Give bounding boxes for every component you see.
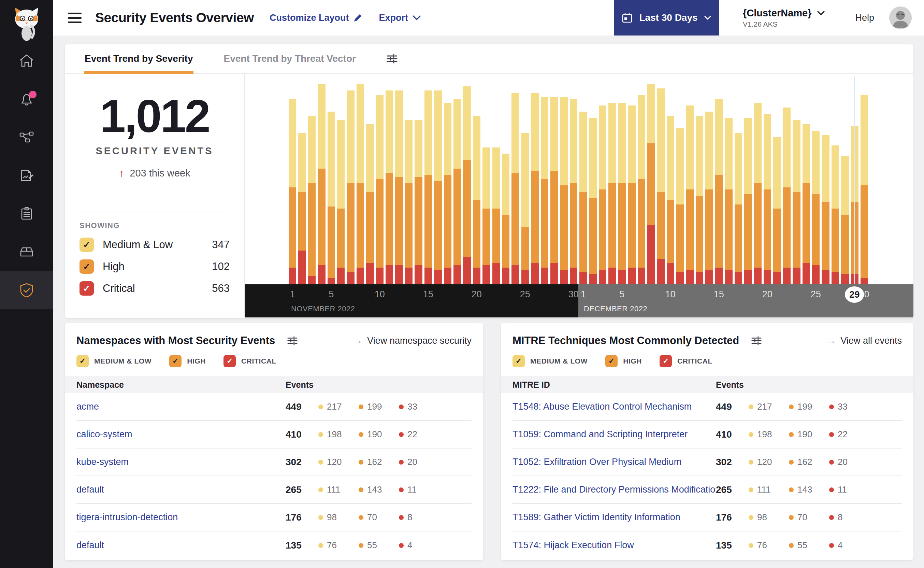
chart-bar[interactable] xyxy=(336,74,346,284)
chart-bar[interactable] xyxy=(704,74,714,284)
chart-bar[interactable] xyxy=(695,74,704,284)
sidebar-item-workloads[interactable] xyxy=(0,233,53,271)
chart-bar[interactable] xyxy=(569,74,578,284)
medium-low-checkbox[interactable] xyxy=(512,355,525,367)
critical-checkbox[interactable] xyxy=(660,355,672,367)
help-link[interactable]: Help xyxy=(855,13,874,23)
namespace-link[interactable]: calico-system xyxy=(77,429,133,440)
namespace-link[interactable]: tigera-intrusion-detection xyxy=(77,512,178,523)
chart-bar[interactable] xyxy=(627,74,636,284)
chart-bar[interactable] xyxy=(734,74,743,284)
mitre-technique-link[interactable]: T1059: Command and Scripting Interpreter xyxy=(512,429,687,440)
chart-bar[interactable] xyxy=(327,74,336,284)
chart-bar[interactable] xyxy=(346,74,355,284)
chart-bar[interactable] xyxy=(724,74,733,284)
chart-bar[interactable] xyxy=(462,74,472,284)
chart-bar[interactable] xyxy=(840,74,850,284)
chart-bar[interactable] xyxy=(607,74,617,284)
chart-bar[interactable] xyxy=(617,74,627,284)
tab-event-trend-by-severity[interactable]: Event Trend by Severity xyxy=(84,44,193,73)
chart-bar[interactable] xyxy=(791,74,801,284)
menu-toggle-button[interactable] xyxy=(68,13,81,23)
chart-bar[interactable] xyxy=(317,74,326,284)
chart-bar[interactable] xyxy=(598,74,607,284)
chart-bar[interactable] xyxy=(540,74,549,284)
mitre-technique-link[interactable]: T1548: Abuse Elevation Control Mechanism xyxy=(512,402,692,412)
chart-bar[interactable] xyxy=(588,74,598,284)
chart-bar[interactable] xyxy=(481,74,491,284)
medium-low-checkbox[interactable] xyxy=(77,355,89,367)
chart-bar[interactable] xyxy=(763,74,772,284)
chart-bar[interactable] xyxy=(646,74,656,284)
chart-bar[interactable] xyxy=(859,74,869,284)
customize-layout-button[interactable]: Customize Layout xyxy=(270,13,363,23)
sidebar-item-policy-edit[interactable] xyxy=(0,156,53,195)
chart-bar[interactable] xyxy=(384,74,394,284)
critical-checkbox[interactable] xyxy=(223,355,236,367)
chart-bar[interactable] xyxy=(578,74,588,284)
trend-filter-settings-button[interactable] xyxy=(386,44,398,73)
chart-bar[interactable] xyxy=(443,74,452,284)
high-checkbox[interactable] xyxy=(169,355,181,367)
calico-cat-logo[interactable] xyxy=(10,5,43,42)
sidebar-item-compliance[interactable] xyxy=(0,195,53,233)
namespace-link[interactable]: default xyxy=(77,540,104,551)
tab-event-trend-by-threat-vector[interactable]: Event Trend by Threat Vector xyxy=(223,44,356,73)
severity-trend-chart[interactable]: NOVEMBER 2022DECEMBER 202215101520253015… xyxy=(245,74,913,317)
chart-bar[interactable] xyxy=(743,74,753,284)
chart-bar[interactable] xyxy=(433,74,443,284)
chart-bar[interactable] xyxy=(404,74,413,284)
view-all-events-link[interactable]: → View all events xyxy=(826,335,902,346)
medium-low-checkbox[interactable] xyxy=(80,237,94,252)
namespace-link[interactable]: default xyxy=(77,484,104,495)
sidebar-item-service-graph[interactable] xyxy=(0,118,53,156)
critical-checkbox[interactable] xyxy=(80,281,94,296)
high-checkbox[interactable] xyxy=(605,355,618,367)
mitre-technique-link[interactable]: T1052: Exfiltration Over Physical Medium xyxy=(512,457,681,467)
chart-bar[interactable] xyxy=(297,74,307,284)
chart-bar[interactable] xyxy=(811,74,821,284)
chart-bar[interactable] xyxy=(530,74,540,284)
sidebar-item-security-events[interactable] xyxy=(0,271,53,309)
chart-bar[interactable] xyxy=(491,74,501,284)
date-range-button[interactable]: Last 30 Days xyxy=(614,0,719,35)
chart-bar[interactable] xyxy=(307,74,317,284)
chart-bar[interactable] xyxy=(472,74,481,284)
chart-bar[interactable] xyxy=(501,74,511,284)
chart-bar[interactable] xyxy=(549,74,559,284)
chart-bar[interactable] xyxy=(666,74,675,284)
chart-bar[interactable] xyxy=(675,74,685,284)
high-checkbox[interactable] xyxy=(80,260,94,274)
chart-bar[interactable] xyxy=(802,74,811,284)
chart-bar[interactable] xyxy=(413,74,423,284)
chart-bar[interactable] xyxy=(656,74,665,284)
export-button[interactable]: Export xyxy=(379,13,421,23)
chart-bar[interactable] xyxy=(685,74,695,284)
sidebar-item-home[interactable] xyxy=(0,42,53,80)
mitre-technique-link[interactable]: T1589: Gather Victim Identity Informatio… xyxy=(512,512,680,523)
chart-bar[interactable] xyxy=(365,74,375,284)
namespaces-filter-settings-button[interactable] xyxy=(286,335,298,346)
cluster-selector[interactable]: {ClusterName} V1.26 AKS xyxy=(743,8,825,28)
chart-bar[interactable] xyxy=(424,74,433,284)
mitre-technique-link[interactable]: T1222: File and Directory Permissions Mo… xyxy=(512,484,716,495)
chart-bar[interactable] xyxy=(375,74,384,284)
user-avatar[interactable] xyxy=(889,6,912,29)
view-namespace-security-link[interactable]: → View namespace security xyxy=(353,335,472,346)
chart-bar[interactable] xyxy=(753,74,763,284)
chart-bar[interactable] xyxy=(520,74,530,284)
chart-bar[interactable] xyxy=(356,74,365,284)
chart-bar[interactable] xyxy=(637,74,646,284)
chart-bar[interactable] xyxy=(511,74,520,284)
mitre-filter-settings-button[interactable] xyxy=(751,335,762,346)
chart-bar[interactable] xyxy=(772,74,782,284)
selected-day-marker[interactable]: 29 xyxy=(845,286,864,303)
namespace-link[interactable]: kube-system xyxy=(77,457,129,467)
chart-bar[interactable] xyxy=(394,74,404,284)
chart-bar[interactable] xyxy=(559,74,568,284)
chart-bar[interactable] xyxy=(288,74,297,284)
chart-bar[interactable] xyxy=(452,74,462,284)
chart-bar[interactable] xyxy=(821,74,830,284)
chart-bar[interactable] xyxy=(831,74,840,284)
chart-bar[interactable] xyxy=(782,74,791,284)
